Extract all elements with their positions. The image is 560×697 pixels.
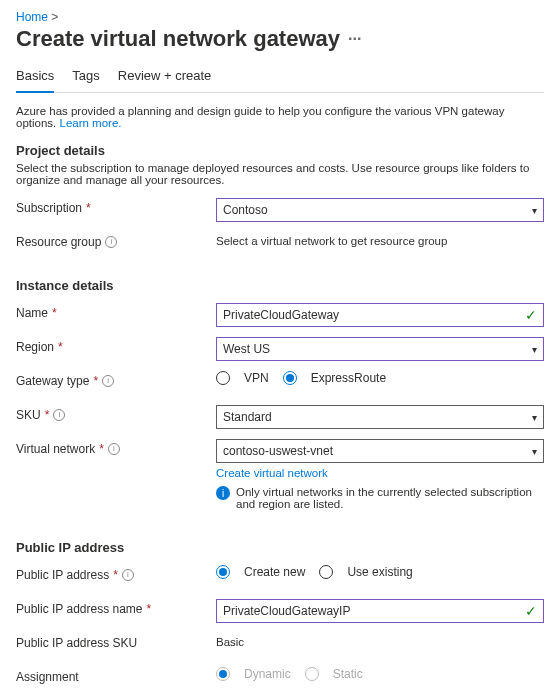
assignment-static-radio	[305, 667, 319, 681]
assignment-dynamic-radio	[216, 667, 230, 681]
gateway-type-vpn-radio[interactable]	[216, 371, 230, 385]
assignment-dynamic-label: Dynamic	[244, 667, 291, 681]
gateway-type-label: Gateway type* i	[16, 371, 216, 388]
check-icon: ✓	[525, 307, 537, 323]
more-icon[interactable]: ···	[348, 31, 361, 47]
name-label: Name*	[16, 303, 216, 320]
tab-tags[interactable]: Tags	[72, 62, 99, 92]
chevron-right-icon: >	[51, 10, 58, 24]
check-icon: ✓	[525, 603, 537, 619]
vnet-select[interactable]: contoso-uswest-vnet ▾	[216, 439, 544, 463]
pip-use-existing-radio[interactable]	[319, 565, 333, 579]
assignment-label: Assignment	[16, 667, 216, 684]
subscription-label: Subscription*	[16, 198, 216, 215]
sku-label: SKU* i	[16, 405, 216, 422]
chevron-down-icon: ▾	[532, 205, 537, 216]
resource-group-label: Resource group i	[16, 232, 216, 249]
info-icon[interactable]: i	[102, 375, 114, 387]
pip-sku-label: Public IP address SKU	[16, 633, 216, 650]
pip-name-input[interactable]: PrivateCloudGatewayIP ✓	[216, 599, 544, 623]
chevron-down-icon: ▾	[532, 446, 537, 457]
tab-review[interactable]: Review + create	[118, 62, 212, 92]
intro-text: Azure has provided a planning and design…	[16, 105, 544, 129]
gateway-type-er-radio[interactable]	[283, 371, 297, 385]
project-heading: Project details	[16, 143, 544, 158]
chevron-down-icon: ▾	[532, 344, 537, 355]
vnet-label: Virtual network* i	[16, 439, 216, 456]
subscription-select[interactable]: Contoso ▾	[216, 198, 544, 222]
pip-heading: Public IP address	[16, 540, 544, 555]
pip-addr-label: Public IP address* i	[16, 565, 216, 582]
breadcrumb-home[interactable]: Home	[16, 10, 48, 24]
instance-heading: Instance details	[16, 278, 544, 293]
pip-create-new-radio[interactable]	[216, 565, 230, 579]
gateway-type-er-label: ExpressRoute	[311, 371, 386, 385]
pip-sku-value: Basic	[216, 633, 544, 648]
vnet-info: i Only virtual networks in the currently…	[216, 486, 544, 510]
learn-more-link[interactable]: Learn more.	[59, 117, 121, 129]
page-title: Create virtual network gateway ···	[16, 26, 544, 52]
info-icon[interactable]: i	[122, 569, 134, 581]
info-icon[interactable]: i	[105, 236, 117, 248]
resource-group-message: Select a virtual network to get resource…	[216, 232, 544, 247]
region-label: Region*	[16, 337, 216, 354]
breadcrumb: Home >	[16, 10, 544, 24]
tabs: Basics Tags Review + create	[16, 62, 544, 93]
sku-select[interactable]: Standard ▾	[216, 405, 544, 429]
info-icon[interactable]: i	[53, 409, 65, 421]
project-desc: Select the subscription to manage deploy…	[16, 162, 544, 186]
chevron-down-icon: ▾	[532, 412, 537, 423]
info-solid-icon: i	[216, 486, 230, 500]
assignment-static-label: Static	[333, 667, 363, 681]
pip-create-new-label: Create new	[244, 565, 305, 579]
create-vnet-link[interactable]: Create virtual network	[216, 467, 328, 479]
gateway-type-vpn-label: VPN	[244, 371, 269, 385]
region-select[interactable]: West US ▾	[216, 337, 544, 361]
pip-use-existing-label: Use existing	[347, 565, 412, 579]
info-icon[interactable]: i	[108, 443, 120, 455]
tab-basics[interactable]: Basics	[16, 62, 54, 93]
pip-name-label: Public IP address name*	[16, 599, 216, 616]
name-input[interactable]: PrivateCloudGateway ✓	[216, 303, 544, 327]
